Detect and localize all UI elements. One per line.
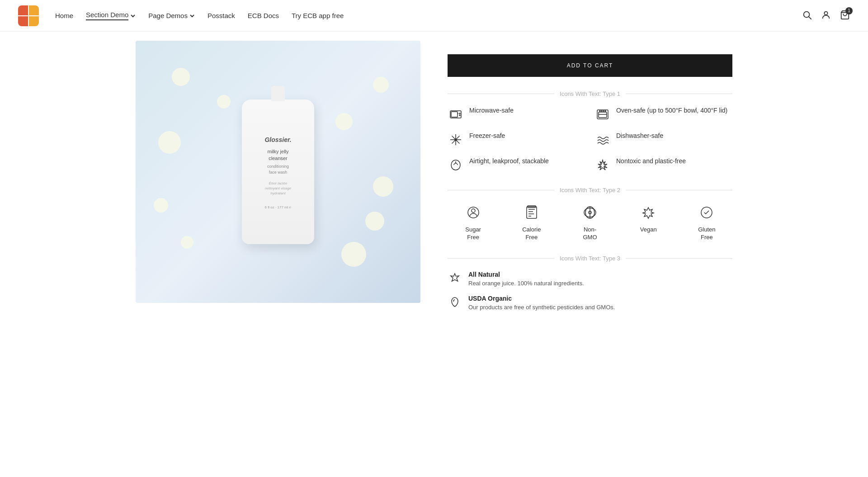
add-to-cart-button[interactable]: ADD TO CART (448, 54, 732, 77)
freezer-safe-icon (448, 132, 464, 148)
all-natural-icon (448, 271, 462, 285)
blob-2 (217, 95, 231, 109)
nav-link-try-ecb[interactable]: Try ECB app free (292, 12, 344, 19)
svg-point-7 (459, 115, 460, 116)
icon-item-oven-safe: Oven-safe (up to 500°F bowl, 400°F lid) (594, 106, 732, 123)
nav-item-page-demos[interactable]: Page Demos (148, 12, 195, 19)
nav-link-posstack[interactable]: Posstack (208, 12, 235, 19)
all-natural-desc: Real orange juice. 100% natural ingredie… (468, 279, 584, 288)
logo-link[interactable] (18, 5, 39, 26)
product-bottle-label: Glossier. milky jellycleanser conditioni… (251, 136, 305, 210)
svg-rect-24 (527, 207, 537, 218)
usda-organic-desc: Our products are free of synthetic pesti… (468, 303, 615, 312)
oven-safe-icon (594, 106, 611, 123)
nav-item-try-ecb[interactable]: Try ECB app free (292, 12, 344, 20)
logo-tl (18, 5, 28, 15)
nav-link-ecb-docs[interactable]: ECB Docs (248, 12, 279, 19)
icon-item-nontoxic: Nontoxic and plastic-free (594, 157, 732, 173)
nav-item-home[interactable]: Home (55, 12, 73, 20)
svg-point-2 (824, 11, 827, 14)
nav-link-section-demo[interactable]: Section Demo (86, 11, 128, 20)
nav-item-section-demo[interactable]: Section Demo (86, 11, 136, 20)
icons-type3-list: All Natural Real orange juice. 100% natu… (448, 271, 732, 312)
all-natural-text: All Natural Real orange juice. 100% natu… (468, 271, 584, 288)
navbar-left: Home Section Demo Page Demos (18, 5, 344, 26)
blob-6 (181, 236, 193, 249)
microwave-safe-label: Microwave-safe (469, 106, 514, 115)
all-natural-title: All Natural (468, 271, 584, 278)
nav-dropdown-section-demo[interactable]: Section Demo (86, 11, 136, 20)
icon-item-dishwasher-safe: Dishwasher-safe (594, 132, 732, 148)
dishwasher-safe-icon (594, 132, 611, 148)
main-content: Glossier. milky jellycleanser conditioni… (118, 32, 750, 321)
blob-9 (335, 113, 353, 130)
product-size: 6 fl oz · 177 ml ℮ (251, 205, 305, 210)
cart-icon-wrap[interactable]: 1 (840, 10, 850, 22)
svg-point-12 (601, 111, 602, 112)
navbar-right: 1 (802, 10, 850, 22)
nav-links: Home Section Demo Page Demos (55, 11, 344, 20)
svg-point-13 (603, 111, 604, 112)
nav-item-posstack[interactable]: Posstack (208, 12, 235, 20)
vegan-label: Vegan (640, 226, 657, 234)
product-subtitle: conditioningface wash (251, 164, 305, 175)
blob-7 (341, 242, 366, 267)
oven-safe-label: Oven-safe (up to 500°F bowl, 400°F lid) (616, 106, 727, 115)
usda-organic-icon (448, 295, 462, 309)
logo-tr (29, 5, 39, 15)
product-brand: Glossier. (251, 136, 305, 145)
nav-dropdown-page-demos[interactable]: Page Demos (148, 12, 195, 19)
nav-link-page-demos[interactable]: Page Demos (148, 12, 188, 19)
nontoxic-label: Nontoxic and plastic-free (616, 157, 686, 166)
svg-point-23 (472, 209, 475, 213)
product-image-section: Glossier. milky jellycleanser conditioni… (136, 41, 420, 312)
product-image-placeholder: Glossier. milky jellycleanser conditioni… (136, 41, 420, 303)
chevron-down-icon (130, 13, 136, 19)
blob-5 (373, 176, 393, 197)
airtight-label: Airtight, leakproof, stackable (469, 157, 549, 166)
freezer-safe-label: Freezer-safe (469, 132, 505, 141)
section-divider-type2: Icons With Text: Type 2 (448, 187, 732, 194)
icon-item-sugar-free: SugarFree (448, 203, 499, 241)
svg-point-14 (605, 111, 606, 112)
navbar: Home Section Demo Page Demos (0, 0, 868, 32)
chevron-down-icon (189, 13, 195, 19)
sugar-free-icon (463, 203, 483, 222)
icon-item-airtight: Airtight, leakproof, stackable (448, 157, 585, 173)
blob-8 (154, 198, 168, 213)
blob-4 (373, 77, 389, 93)
nav-item-ecb-docs[interactable]: ECB Docs (248, 12, 279, 20)
section-type1-label: Icons With Text: Type 1 (560, 90, 620, 97)
logo-bl (18, 16, 28, 26)
gluten-free-label: GlutenFree (698, 226, 715, 241)
account-icon[interactable] (821, 10, 831, 22)
section-divider-type3: Icons With Text: Type 3 (448, 255, 732, 262)
section-divider-type1: Icons With Text: Type 1 (448, 90, 732, 97)
icon-item-non-gmo: Non-GMO (564, 203, 615, 241)
icon-item-vegan: Vegan (623, 203, 674, 241)
blob-3 (158, 131, 181, 154)
search-icon[interactable] (802, 10, 812, 22)
airtight-icon (448, 157, 464, 173)
section-type3-label: Icons With Text: Type 3 (560, 255, 620, 262)
product-fr-label: Élixir lactéenettoyant visagehydratant (251, 181, 305, 196)
product-info-section: ADD TO CART Icons With Text: Type 1 Micr… (448, 41, 732, 312)
icon-item-microwave-safe: Microwave-safe (448, 106, 585, 123)
logo-icon (18, 5, 39, 26)
sugar-free-label: SugarFree (465, 226, 481, 241)
icons-type2-row: SugarFree CalorieFree (448, 203, 732, 241)
non-gmo-icon (580, 203, 600, 222)
svg-point-6 (459, 113, 460, 114)
cart-badge: 1 (845, 7, 853, 14)
icon-item-all-natural: All Natural Real orange juice. 100% natu… (448, 271, 732, 288)
non-gmo-label: Non-GMO (583, 226, 597, 241)
calorie-free-icon (522, 203, 542, 222)
nav-link-home[interactable]: Home (55, 12, 73, 19)
icons-type1-grid: Microwave-safe Oven-safe (up to 500°F b (448, 106, 732, 173)
icon-item-usda-organic: USDA Organic Our products are free of sy… (448, 295, 732, 312)
product-name: milky jellycleanser (251, 148, 305, 162)
product-bottle: Glossier. milky jellycleanser conditioni… (242, 99, 314, 244)
section-type2-label: Icons With Text: Type 2 (560, 187, 620, 194)
nontoxic-icon (594, 157, 611, 173)
svg-line-1 (809, 17, 811, 19)
